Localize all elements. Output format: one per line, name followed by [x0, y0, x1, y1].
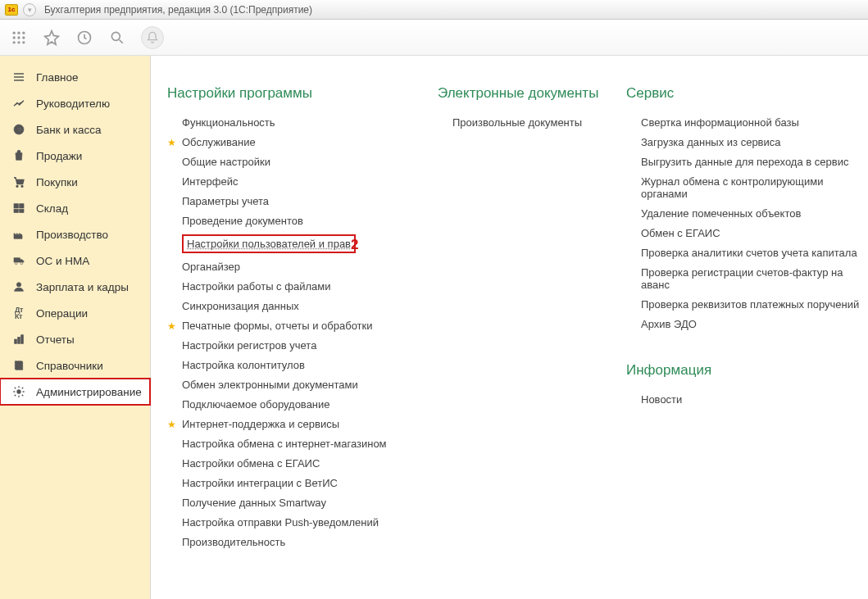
link-equipment[interactable]: Подключаемое оборудование — [182, 398, 330, 411]
factory-icon — [11, 228, 26, 241]
dropdown-icon[interactable]: ▾ — [23, 3, 36, 16]
sidebar-item-label: Производство — [36, 229, 108, 241]
ruble-icon: ₽ — [11, 123, 26, 136]
titlebar: 1c ▾ Бухгалтерия предприятия, редакция 3… — [0, 0, 868, 20]
svg-point-10 — [111, 32, 120, 40]
link-functionality[interactable]: Функциональность — [182, 116, 275, 129]
link-internet-support[interactable]: Интернет-поддержка и сервисы — [182, 418, 339, 430]
sidebar-item-main[interactable]: Главное — [0, 64, 150, 90]
link-db-rollup[interactable]: Свертка информационной базы — [641, 116, 799, 129]
sidebar-item-label: Отчеты — [36, 334, 75, 346]
sidebar-item-label: ОС и НМА — [36, 255, 89, 267]
svg-point-2 — [22, 31, 25, 34]
link-print-forms[interactable]: Печатные формы, отчеты и обработки — [182, 320, 373, 332]
link-exchange-log[interactable]: Журнал обмена с контролирующими органами — [641, 175, 868, 200]
sidebar-item-label: Руководителю — [36, 98, 110, 110]
link-egais-exchange-svc[interactable]: Обмен с ЕГАИС — [641, 227, 720, 239]
history-icon[interactable] — [75, 29, 93, 47]
sidebar-item-bank[interactable]: ₽ Банк и касса — [0, 116, 150, 143]
dtkt-icon: ДтКт — [11, 306, 26, 320]
link-delete-marked[interactable]: Удаление помеченных объектов — [641, 207, 801, 220]
sidebar-item-warehouse[interactable]: Склад — [0, 195, 150, 221]
svg-point-14 — [21, 185, 23, 187]
section-title-edoc: Электронные документы — [438, 85, 602, 102]
link-news[interactable]: Новости — [641, 393, 682, 406]
bag-icon — [11, 149, 26, 162]
bell-icon[interactable] — [141, 26, 164, 49]
link-data-sync[interactable]: Синхронизация данных — [182, 300, 299, 312]
sidebar-item-manager[interactable]: Руководителю — [0, 90, 150, 116]
link-organizer[interactable]: Органайзер — [182, 261, 240, 273]
sidebar-item-label: Склад — [36, 202, 68, 215]
link-register-settings[interactable]: Настройки регистров учета — [182, 339, 316, 352]
link-headers-footers[interactable]: Настройка колонтитулов — [182, 359, 305, 371]
link-general-settings[interactable]: Общие настройки — [182, 156, 270, 168]
sidebar-item-hr[interactable]: Зарплата и кадры — [0, 274, 150, 300]
link-vetis[interactable]: Настройки интеграции с ВетИС — [182, 477, 338, 489]
link-files-settings[interactable]: Настройки работы с файлами — [182, 280, 330, 293]
boxes-icon — [11, 202, 26, 215]
link-edoc-exchange[interactable]: Обмен электронными документами — [182, 379, 358, 391]
sidebar-item-label: Главное — [36, 71, 79, 84]
link-push[interactable]: Настройка отправки Push-уведомлений — [182, 516, 379, 529]
svg-point-0 — [13, 31, 16, 34]
book-icon — [11, 359, 26, 372]
trend-icon — [11, 97, 26, 110]
link-interface[interactable]: Интерфейс — [182, 175, 238, 188]
svg-rect-16 — [20, 204, 24, 208]
svg-point-21 — [16, 283, 20, 287]
svg-point-7 — [17, 41, 20, 43]
link-performance[interactable]: Производительность — [182, 536, 285, 548]
svg-point-19 — [15, 262, 17, 265]
cart-icon — [11, 175, 26, 188]
svg-rect-18 — [20, 209, 24, 212]
link-egais-exchange[interactable]: Настройки обмена с ЕГАИС — [182, 457, 320, 470]
sidebar-item-label: Справочники — [36, 360, 103, 372]
svg-point-4 — [17, 36, 20, 39]
link-payment-check[interactable]: Проверка реквизитов платежных поручений — [641, 298, 859, 311]
svg-point-8 — [22, 41, 25, 43]
link-maintenance[interactable]: Обслуживание — [182, 136, 256, 148]
sidebar-item-directories[interactable]: Справочники — [0, 352, 150, 379]
content-area: Настройки программы Функциональность Обс… — [151, 56, 868, 599]
svg-point-3 — [13, 36, 16, 39]
truck-icon — [11, 254, 26, 267]
apps-icon[interactable] — [10, 29, 28, 47]
link-load-from-service[interactable]: Загрузка данных из сервиса — [641, 136, 781, 148]
sidebar-item-production[interactable]: Производство — [0, 221, 150, 247]
sidebar-item-label: Администрирование — [36, 386, 142, 398]
logo-1c-icon: 1c — [5, 4, 18, 16]
link-invoice-check[interactable]: Проверка регистрации счетов-фактур на ав… — [641, 266, 868, 291]
chart-icon — [11, 333, 26, 346]
svg-point-1 — [17, 31, 20, 34]
sidebar: Главное Руководителю ₽ Банк и касса Прод… — [0, 56, 151, 599]
search-icon[interactable] — [108, 29, 126, 47]
link-users-rights[interactable]: Настройки пользователей и прав — [182, 234, 356, 253]
link-capital-check[interactable]: Проверка аналитики счетов учета капитала — [641, 247, 857, 259]
sidebar-item-administration[interactable]: Администрирование — [0, 379, 150, 405]
annotation-2: 2 — [351, 237, 358, 253]
sidebar-item-assets[interactable]: ОС и НМА — [0, 247, 150, 274]
link-arbitrary-docs[interactable]: Произвольные документы — [452, 116, 582, 129]
link-export-to-service[interactable]: Выгрузить данные для перехода в сервис — [641, 156, 848, 168]
star-icon[interactable] — [43, 29, 61, 47]
section-title-service: Сервис — [626, 85, 868, 102]
sidebar-item-operations[interactable]: ДтКт Операции — [0, 300, 150, 326]
sidebar-item-sales[interactable]: Продажи — [0, 143, 150, 169]
link-accounting-params[interactable]: Параметры учета — [182, 195, 269, 207]
sidebar-item-label: Продажи — [36, 150, 82, 162]
sidebar-item-purchases[interactable]: Покупки — [0, 169, 150, 195]
svg-point-25 — [17, 390, 20, 393]
link-document-posting[interactable]: Проведение документов — [182, 215, 303, 227]
section-title-info: Информация — [626, 362, 868, 379]
link-edo-archive[interactable]: Архив ЭДО — [641, 318, 697, 330]
link-smartway[interactable]: Получение данных Smartway — [182, 497, 326, 509]
link-eshop-exchange[interactable]: Настройка обмена с интернет-магазином — [182, 438, 387, 450]
sidebar-item-reports[interactable]: Отчеты — [0, 326, 150, 352]
sidebar-item-label: Зарплата и кадры — [36, 281, 129, 293]
svg-point-5 — [22, 36, 25, 39]
section-title-settings: Настройки программы — [167, 85, 413, 102]
gear-icon — [11, 385, 26, 398]
sidebar-item-label: Банк и касса — [36, 124, 102, 136]
window-title: Бухгалтерия предприятия, редакция 3.0 (1… — [44, 4, 312, 16]
